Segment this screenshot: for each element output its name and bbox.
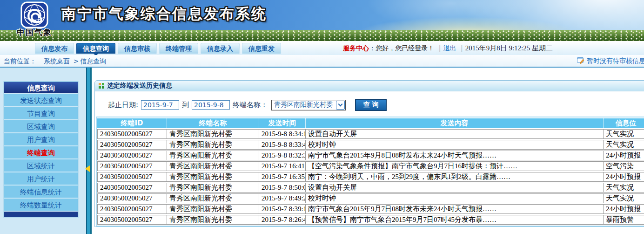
breadcrumb-label: 当前位置： <box>4 57 36 65</box>
cma-emblem-icon <box>11 1 58 28</box>
cell-send-time: 2015-9-8 8:32:34 <box>259 151 306 160</box>
panel-title: 选定终端发送历史信息 <box>107 82 172 90</box>
cell-terminal-id: 240305002005027 <box>97 129 167 139</box>
cell-category: 24小时预报 <box>604 204 644 214</box>
logo-caption: 中国气象 <box>11 27 58 38</box>
cell-send-content: 南宁市气象台2015年9月8日08时发布未来24小时天气预报…… <box>306 151 604 160</box>
tab-info-review[interactable]: 信息审核 <box>118 43 157 54</box>
cell-terminal-id: 240305002005027 <box>97 183 167 193</box>
cell-terminal-name: 青秀区南阳新光村委 <box>167 129 259 139</box>
cell-send-time: 2015-9-7 8:39:19 <box>259 204 306 214</box>
table-row: 240305002005027 青秀区南阳新光村委 2015-9-7 8:50:… <box>97 183 644 193</box>
sidebar-splitter[interactable] <box>86 68 92 234</box>
cell-send-time: 2015-9-8 8:34:19 <box>259 129 306 139</box>
search-toolbar: 起止日期: 到 终端名称： 青秀区南阳新光村委 查 询 <box>95 91 644 117</box>
panel-header: 选定终端发送历史信息 <box>95 81 644 91</box>
main-navbar: 信息发布 信息查询 信息审核 终端管理 信息录入 信息重发 服务中心：您好，您已… <box>0 41 644 55</box>
current-datetime: 2015年9月8日 9:12:25 星期二 <box>465 44 553 52</box>
table-row: 240305002005027 青秀区南阳新光村委 2015-9-7 16:35… <box>97 172 644 182</box>
cell-terminal-name: 青秀区南阳新光村委 <box>167 193 259 203</box>
date-to-input[interactable] <box>192 100 230 110</box>
sidebar-item-user-stats[interactable]: 用户统计 <box>4 172 78 186</box>
terminal-select-value: 青秀区南阳新光村委 <box>274 101 333 109</box>
login-greeting: ：您好，您已经登录！ <box>369 44 434 52</box>
pending-review-notice[interactable]: 暂时没有待审核信息 <box>577 57 644 65</box>
cell-send-time: 2015-9-7 8:50:08 <box>259 183 306 193</box>
sidebar-item-send-status-query[interactable]: 发送状态查询 <box>4 94 78 107</box>
cell-send-time: 2015-9-7 8:26:47 <box>259 215 306 225</box>
cell-terminal-name: 青秀区南阳新光村委 <box>167 151 259 160</box>
table-row: 240305002005027 青秀区南阳新光村委 2015-9-7 8:49:… <box>97 193 644 203</box>
cell-terminal-id: 240305002005027 <box>97 204 167 214</box>
cell-send-content: 校对时钟 <box>306 193 604 203</box>
banner-grass <box>0 30 644 41</box>
cell-send-content: 南宁：今晚到明天，中雨，25到29度，偏东风1到2级。白露躇…… <box>306 172 604 182</box>
sidebar-item-program-query[interactable]: 节目查询 <box>4 107 78 120</box>
sidebar-item-terminal-query[interactable]: 终端查询 <box>4 146 78 159</box>
collapse-sidebar-arrow-icon[interactable] <box>82 165 90 172</box>
cell-send-time: 2015-9-7 16:35:17 <box>259 172 306 182</box>
table-row: 240305002005027 青秀区南阳新光村委 2015-9-8 8:32:… <box>97 151 644 160</box>
date-range-label: 起止日期: <box>108 101 138 110</box>
breadcrumb-bar: 当前位置：系统桌面 >信息查询 暂时没有待审核信息 <box>0 55 644 68</box>
col-terminal-id: 终端ID <box>97 118 167 128</box>
cell-send-time: 2015-9-7 8:49:23 <box>259 193 306 203</box>
grid-icon <box>99 83 104 89</box>
sidebar-item-user-query[interactable]: 用户查询 <box>4 133 78 146</box>
breadcrumb-arrow: > <box>73 57 79 65</box>
history-panel: 选定终端发送历史信息 起止日期: 到 终端名称： 青秀区南阳新光村委 查 询 <box>94 80 644 227</box>
service-center-label: 服务中心 <box>343 44 369 52</box>
cell-category: 天气实况 <box>604 193 644 203</box>
tab-info-resend[interactable]: 信息重发 <box>242 43 281 54</box>
tab-info-entry[interactable]: 信息录入 <box>201 43 240 54</box>
cell-category: 24小时预报 <box>604 172 644 182</box>
cell-terminal-id: 240305002005027 <box>97 161 167 171</box>
app-page: { "banner": { "title": "南宁市气象综合信息发布系统", … <box>0 0 644 234</box>
cma-logo: 中国气象 <box>11 1 58 38</box>
chevron-down-icon[interactable] <box>336 101 345 110</box>
separator: | <box>439 44 441 52</box>
app-title: 南宁市气象综合信息发布系统 <box>61 4 267 24</box>
to-label: 到 <box>182 101 189 110</box>
tab-info-release[interactable]: 信息发布 <box>35 43 74 54</box>
sidebar-item-terminal-count-stats[interactable]: 终端数量统计 <box>4 199 78 212</box>
cell-category: 天气实况 <box>604 183 644 193</box>
tab-terminal-management[interactable]: 终端管理 <box>159 43 198 54</box>
cell-send-time: 2015-9-7 16:41:29 <box>259 161 306 171</box>
sidebar-item-region-query[interactable]: 区域查询 <box>4 120 78 133</box>
separator: | <box>461 44 463 52</box>
cell-category: 24小时预报 <box>604 151 644 160</box>
app-banner: 中国气象 南宁市气象综合信息发布系统 <box>0 0 644 41</box>
terminal-name-label: 终端名称： <box>233 101 268 110</box>
cell-terminal-id: 240305002005027 <box>97 140 167 150</box>
table-row: 240305002005027 青秀区南阳新光村委 2015-9-7 16:41… <box>97 161 644 171</box>
sidebar-footer <box>4 212 78 217</box>
cell-send-time: 2015-9-8 8:33:49 <box>259 140 306 150</box>
sidebar-item-region-stats[interactable]: 区域统计 <box>4 159 78 172</box>
cell-send-content: 校对时钟 <box>306 140 604 150</box>
notice-text: 暂时没有待审核信息 <box>587 57 644 65</box>
cell-category: 天气实况 <box>604 140 644 150</box>
col-terminal-name: 终端名称 <box>167 118 259 128</box>
logout-link[interactable]: 退出 <box>443 44 456 52</box>
cell-send-content: 设置自动开关屏 <box>306 183 604 193</box>
terminal-select[interactable]: 青秀区南阳新光村委 <box>271 100 346 110</box>
table-row: 240305002005027 青秀区南阳新光村委 2015-9-7 8:39:… <box>97 204 644 214</box>
col-info-position: 信息位 <box>604 118 644 128</box>
col-send-time: 发送时间 <box>259 118 306 128</box>
breadcrumb-home[interactable]: 系统桌面 <box>44 57 70 65</box>
cell-terminal-id: 240305002005027 <box>97 172 167 182</box>
tab-info-query[interactable]: 信息查询 <box>76 43 115 54</box>
date-from-input[interactable] <box>141 100 179 110</box>
col-send-content: 发送内容 <box>306 118 604 128</box>
user-status-bar: 服务中心：您好，您已经登录！ |退出 |2015年9月8日 9:12:25 星期… <box>343 44 553 53</box>
table-row: 240305002005027 青秀区南阳新光村委 2015-9-8 8:34:… <box>97 129 644 139</box>
cell-terminal-name: 青秀区南阳新光村委 <box>167 172 259 182</box>
left-column: 信息查询 发送状态查询 节目查询 区域查询 用户查询 终端查询 区域统计 用户统… <box>0 68 92 234</box>
breadcrumb-current: 信息查询 <box>80 57 106 65</box>
sidebar-item-terminal-info-stats[interactable]: 终端信息统计 <box>4 186 78 199</box>
breadcrumb: 当前位置：系统桌面 >信息查询 <box>4 57 106 66</box>
cell-terminal-name: 青秀区南阳新光村委 <box>167 140 259 150</box>
cell-terminal-id: 240305002005027 <box>97 215 167 225</box>
query-button[interactable]: 查 询 <box>355 99 387 111</box>
